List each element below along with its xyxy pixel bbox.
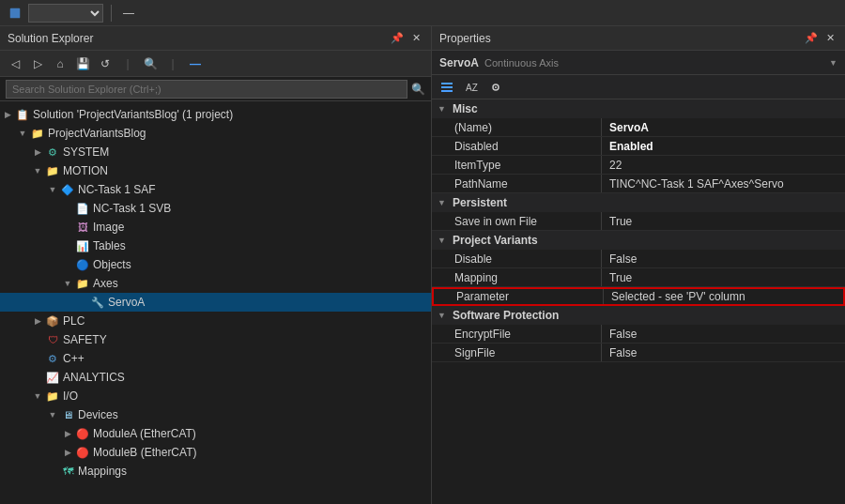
tree-label: NC-Task 1 SVB: [93, 202, 171, 215]
tree-item-devices[interactable]: ▼🖥Devices: [0, 405, 431, 424]
tree-item-project[interactable]: ▼📁ProjectVariantsBlog: [0, 124, 431, 143]
prop-field-value: False: [602, 252, 845, 266]
tree-expander[interactable]: ▶: [0, 110, 15, 119]
tree-label: ServoA: [108, 296, 145, 309]
prop-dropdown-btn[interactable]: ▼: [829, 58, 837, 68]
pin-icon[interactable]: —: [119, 4, 138, 23]
tree-item-tables[interactable]: 📊Tables: [0, 237, 431, 255]
tree-icon-module: 🔴: [75, 426, 90, 441]
tree-icon-nctask: 🔷: [60, 182, 75, 197]
prop-icons-row: AZ: [432, 75, 845, 99]
tree-icon-devices: 🖥: [60, 407, 75, 422]
tree-item-axes[interactable]: ▼📁Axes: [0, 274, 431, 293]
prop-field-name: Mapping: [432, 271, 601, 284]
search-icon: 🔍: [411, 83, 425, 96]
section-title: Persistent: [453, 196, 507, 209]
refresh-btn[interactable]: ↺: [96, 54, 115, 73]
prop-object-name: ServoA: [439, 56, 479, 69]
auto-hide-btn[interactable]: 📌: [390, 31, 405, 46]
tree-item-cpp[interactable]: ⚙C++: [0, 349, 431, 368]
tree-label: SYSTEM: [63, 145, 109, 159]
tree-icon-analytics: 📈: [45, 370, 60, 385]
collapse-btn[interactable]: —: [186, 54, 205, 73]
tree-expander[interactable]: ▶: [60, 429, 75, 438]
prop-row-disabled[interactable]: DisabledEnabled: [432, 137, 845, 156]
tree-expander[interactable]: ▶: [30, 316, 45, 326]
tree-item-mappings[interactable]: 🗺Mappings: [0, 462, 431, 481]
tree-label: ANALYTICS: [63, 371, 125, 384]
tree-expander[interactable]: ▶: [30, 147, 45, 157]
tree-item-io[interactable]: ▼📁I/O: [0, 387, 431, 405]
tree-expander[interactable]: ▼: [30, 166, 45, 176]
prop-row-parameter[interactable]: ParameterSelected - see 'PV' column: [432, 287, 845, 306]
prop-field-name: EncryptFile: [432, 328, 601, 341]
tree-item-safety[interactable]: 🛡SAFETY: [0, 330, 431, 349]
tree-label: Devices: [78, 408, 118, 421]
tree-expander[interactable]: ▼: [30, 391, 45, 401]
properties-panel: Properties 📌 ✕ ServoAContinuous Axis▼ AZ: [432, 26, 845, 504]
prop-field-value: True: [602, 271, 845, 284]
prop-row-encryptfile[interactable]: EncryptFileFalse: [432, 325, 845, 344]
prop-close-btn[interactable]: ✕: [822, 31, 837, 46]
prop-categorize-icon[interactable]: [438, 78, 456, 97]
properties-header: Properties 📌 ✕: [432, 26, 845, 51]
filter-btn[interactable]: 🔍: [141, 54, 160, 73]
section-title: Project Variants: [453, 234, 538, 247]
prop-row-name[interactable]: (Name)ServoA: [432, 118, 845, 137]
tree-icon-objects: 🔵: [75, 257, 90, 272]
prop-header-actions: 📌 ✕: [804, 31, 837, 46]
tree-item-system[interactable]: ▶⚙SYSTEM: [0, 143, 431, 161]
tree-item-nctask1svb[interactable]: 📄NC-Task 1 SVB: [0, 199, 431, 218]
app-icon: [8, 6, 23, 21]
prop-alphabetic-icon[interactable]: AZ: [462, 78, 481, 97]
close-panel-btn[interactable]: ✕: [408, 31, 423, 46]
build-config-dropdown[interactable]: [All]: [28, 4, 103, 23]
tree-icon-tables: 📊: [75, 238, 90, 253]
tree-item-solution[interactable]: ▶📋Solution 'ProjectVariantsBlog' (1 proj…: [0, 105, 431, 124]
tree-item-objects[interactable]: 🔵Objects: [0, 255, 431, 274]
prop-row-signfile[interactable]: SignFileFalse: [432, 344, 845, 362]
prop-settings-icon[interactable]: [486, 78, 505, 97]
tree-item-motion[interactable]: ▼📁MOTION: [0, 161, 431, 180]
prop-section-persistent[interactable]: ▼Persistent: [432, 193, 845, 212]
forward-btn[interactable]: ▷: [28, 54, 47, 73]
tree-item-moduleb[interactable]: ▶🔴ModuleB (EtherCAT): [0, 443, 431, 462]
prop-section-software-protection[interactable]: ▼Software Protection: [432, 306, 845, 325]
properties-title: Properties: [439, 32, 491, 45]
prop-row-mapping[interactable]: MappingTrue: [432, 268, 845, 287]
main-content: Solution Explorer 📌 ✕ ◁ ▷ ⌂ 💾 ↺ | 🔍 | — …: [0, 26, 845, 504]
tree-expander[interactable]: ▼: [15, 129, 30, 138]
back-btn[interactable]: ◁: [6, 54, 24, 73]
tree-label: Image: [93, 221, 124, 234]
tree-item-modulea[interactable]: ▶🔴ModuleA (EtherCAT): [0, 424, 431, 443]
prop-section-project-variants[interactable]: ▼Project Variants: [432, 231, 845, 250]
prop-row-pathname[interactable]: PathNameTINC^NC-Task 1 SAF^Axes^Servo: [432, 175, 845, 193]
prop-row-itemtype[interactable]: ItemType22: [432, 156, 845, 175]
tree-item-servoa[interactable]: 🔧ServoA: [0, 293, 431, 312]
tree-expander[interactable]: ▼: [45, 410, 60, 420]
tree-icon-plc: 📦: [45, 313, 60, 328]
prop-row-save-in-own-file[interactable]: Save in own FileTrue: [432, 212, 845, 231]
tree-expander[interactable]: ▼: [45, 185, 60, 194]
prop-row-disable[interactable]: DisableFalse: [432, 250, 845, 268]
tree-item-analytics[interactable]: 📈ANALYTICS: [0, 368, 431, 387]
tree-icon-svb: 📄: [75, 201, 90, 216]
tree-label: Solution 'ProjectVariantsBlog' (1 projec…: [33, 108, 233, 121]
tree-item-image[interactable]: 🖼Image: [0, 218, 431, 237]
prop-section-misc[interactable]: ▼Misc: [432, 99, 845, 118]
tree-expander[interactable]: ▶: [60, 448, 75, 457]
home-btn[interactable]: ⌂: [51, 54, 69, 73]
separator2: |: [163, 54, 182, 73]
tree-label: ModuleA (EtherCAT): [93, 427, 196, 440]
tree-item-plc[interactable]: ▶📦PLC: [0, 312, 431, 330]
save-btn[interactable]: 💾: [73, 54, 92, 73]
separator1: |: [118, 54, 137, 73]
prop-field-name: Disabled: [432, 140, 601, 153]
tree-item-nctask1saf[interactable]: ▼🔷NC-Task 1 SAF: [0, 180, 431, 199]
tree-icon-safety: 🛡: [45, 332, 60, 347]
search-input[interactable]: [6, 80, 407, 99]
tree-icon-image: 🖼: [75, 220, 90, 235]
prop-auto-hide-btn[interactable]: 📌: [804, 31, 819, 46]
tree-expander[interactable]: ▼: [60, 279, 75, 288]
tree-icon-module: 🔴: [75, 445, 90, 460]
